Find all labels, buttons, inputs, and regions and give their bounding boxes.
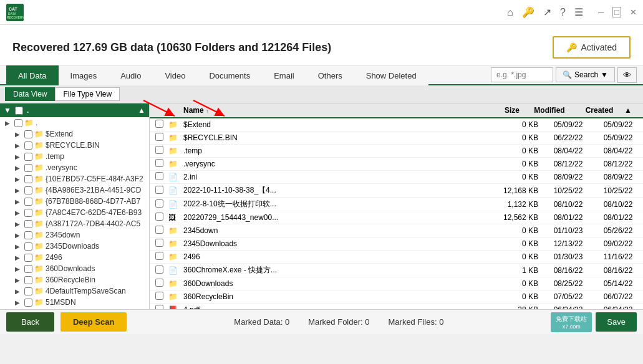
header-name[interactable]: Name ↑ bbox=[181, 106, 468, 115]
tree-item-checkbox[interactable] bbox=[24, 220, 32, 228]
save-button[interactable]: Save bbox=[596, 312, 637, 332]
tree-expand-arrow[interactable]: ▶ bbox=[15, 165, 22, 171]
file-row-checkbox[interactable] bbox=[155, 172, 163, 180]
file-row-checkbox[interactable] bbox=[155, 292, 163, 300]
tree-item-checkbox[interactable] bbox=[24, 198, 32, 206]
tree-item-checkbox[interactable] bbox=[24, 141, 32, 150]
file-row-checkbox[interactable] bbox=[155, 279, 163, 287]
tree-item-checkbox[interactable] bbox=[24, 130, 32, 138]
search-button[interactable]: 🔍 Search ▼ bbox=[556, 67, 615, 82]
tree-root-checkbox[interactable] bbox=[15, 107, 23, 115]
table-row[interactable]: 📄360ChromeX.exe - 快捷方...1 KB08/16/2208/1… bbox=[150, 264, 643, 277]
header-modified[interactable]: Modified bbox=[525, 106, 574, 115]
tree-item-checkbox[interactable] bbox=[24, 287, 32, 295]
tree-item[interactable]: ▶📁{7A8C4E7C-62D5-47E6-B93 bbox=[0, 207, 149, 218]
tree-expand-arrow[interactable]: ▶ bbox=[15, 221, 22, 228]
data-view-button[interactable]: Data View bbox=[5, 87, 55, 101]
tree-item[interactable]: ▶📁$RECYCLE.BIN bbox=[0, 140, 149, 151]
key-icon[interactable]: 🔑 bbox=[522, 6, 534, 18]
tree-expand-arrow[interactable]: ▶ bbox=[15, 176, 22, 183]
tab-email[interactable]: Email bbox=[262, 65, 306, 85]
file-row-checkbox[interactable] bbox=[155, 133, 163, 141]
file-row-checkbox[interactable] bbox=[155, 146, 163, 154]
tree-item[interactable]: ▶📁. bbox=[0, 117, 149, 128]
table-row[interactable]: 📁$Extend0 KB05/09/2205/09/22 bbox=[150, 118, 643, 132]
search-input[interactable] bbox=[491, 67, 553, 82]
tree-item[interactable]: ▶📁.verysync bbox=[0, 162, 149, 173]
tree-expand-arrow[interactable]: ▶ bbox=[15, 299, 22, 306]
tree-expand-arrow[interactable]: ▶ bbox=[15, 131, 22, 138]
tree-expand-arrow[interactable]: ▶ bbox=[15, 153, 22, 160]
tree-item[interactable]: ▶📁2345Downloads bbox=[0, 241, 149, 252]
tree-expand-arrow[interactable]: ▶ bbox=[15, 187, 22, 194]
tree-item[interactable]: ▶📁51MSDN bbox=[0, 297, 149, 308]
table-row[interactable]: 📄2022-10-11-10-38-38_【4...12,168 KB10/25… bbox=[150, 184, 643, 198]
tree-item-checkbox[interactable] bbox=[24, 299, 32, 307]
export-icon[interactable]: ↗ bbox=[543, 6, 551, 18]
file-row-checkbox[interactable] bbox=[155, 159, 163, 167]
tree-expand-arrow[interactable]: ▶ bbox=[15, 277, 22, 284]
file-row-checkbox[interactable] bbox=[155, 239, 163, 247]
tree-expand-arrow[interactable]: ▶ bbox=[15, 232, 22, 239]
table-row[interactable]: 📁360Downloads0 KB08/25/2205/14/22 bbox=[150, 277, 643, 290]
tree-expand-arrow[interactable]: ▶ bbox=[15, 198, 22, 205]
file-type-view-button[interactable]: File Type View bbox=[55, 87, 120, 101]
help-icon[interactable]: ? bbox=[560, 7, 566, 18]
tree-item[interactable]: ▶📁2345down bbox=[0, 229, 149, 241]
table-row[interactable]: 📁2345Downloads0 KB12/13/2209/02/22 bbox=[150, 237, 643, 251]
file-row-checkbox[interactable] bbox=[155, 252, 163, 260]
back-button[interactable]: Back bbox=[6, 312, 54, 332]
header-created[interactable]: Created bbox=[574, 106, 624, 115]
tree-item-checkbox[interactable] bbox=[24, 175, 32, 183]
tree-item[interactable]: ▶📁4DefaultTempSaveScan bbox=[0, 285, 149, 297]
tree-item-checkbox[interactable] bbox=[24, 153, 32, 161]
tree-expand-arrow[interactable]: ▶ bbox=[15, 243, 22, 250]
table-row[interactable]: 📁24960 KB01/30/2311/16/22 bbox=[150, 251, 643, 264]
tree-item[interactable]: ▶📁{4BA986E3-21BA-4451-9CD bbox=[0, 184, 149, 196]
table-row[interactable]: 📄2022-8-10统一收据打印软...1,132 KB08/10/2208/1… bbox=[150, 198, 643, 211]
table-row[interactable]: 📁.verysync0 KB08/12/2208/12/22 bbox=[150, 158, 643, 171]
scroll-up-icon[interactable]: ▲ bbox=[624, 106, 632, 115]
tree-expand-arrow[interactable]: ▶ bbox=[15, 288, 22, 295]
deep-scan-button[interactable]: Deep Scan bbox=[60, 312, 127, 332]
tab-all-data[interactable]: All Data bbox=[6, 65, 59, 85]
tab-documents[interactable]: Documents bbox=[197, 65, 262, 85]
tree-item-checkbox[interactable] bbox=[24, 164, 32, 172]
tree-item-checkbox[interactable] bbox=[14, 119, 22, 127]
table-row[interactable]: 📁.temp0 KB08/04/2208/04/22 bbox=[150, 145, 643, 158]
header-size[interactable]: Size bbox=[468, 106, 525, 115]
tree-item[interactable]: ▶📁$Extend bbox=[0, 128, 149, 140]
table-row[interactable]: 📁$RECYCLE.BIN0 KB06/22/2205/09/22 bbox=[150, 132, 643, 145]
tree-expand-arrow[interactable]: ▶ bbox=[15, 209, 22, 216]
tree-item[interactable]: ▶📁{67B78B88-868D-4D77-AB7 bbox=[0, 196, 149, 207]
table-row[interactable]: 📁360RecycleBin0 KB07/05/2206/07/22 bbox=[150, 290, 643, 304]
tab-audio[interactable]: Audio bbox=[109, 65, 153, 85]
table-row[interactable]: 📁2345down0 KB01/10/2305/26/22 bbox=[150, 224, 643, 237]
tree-expand-arrow[interactable]: ▶ bbox=[15, 254, 22, 261]
tab-show-deleted[interactable]: Show Deleted bbox=[354, 65, 428, 85]
tree-item[interactable]: ▶📁{10E7BD57-C5FE-484f-A3F2 bbox=[0, 173, 149, 184]
tree-expand-arrow[interactable]: ▶ bbox=[15, 142, 22, 149]
file-row-checkbox[interactable] bbox=[155, 186, 163, 194]
file-row-checkbox[interactable] bbox=[155, 266, 163, 274]
file-row-checkbox[interactable] bbox=[155, 305, 163, 309]
file-row-checkbox[interactable] bbox=[155, 226, 163, 234]
maximize-button[interactable]: □ bbox=[612, 7, 621, 17]
tree-expand-arrow[interactable]: ▶ bbox=[15, 266, 22, 272]
activated-button[interactable]: 🔑 Activated bbox=[553, 36, 631, 59]
eye-button[interactable]: 👁 bbox=[617, 67, 637, 83]
tree-item-checkbox[interactable] bbox=[24, 242, 32, 251]
tree-item-checkbox[interactable] bbox=[24, 254, 32, 262]
home-icon[interactable]: ⌂ bbox=[507, 7, 513, 18]
minimize-button[interactable]: ─ bbox=[598, 7, 604, 17]
tree-expand-arrow[interactable]: ▶ bbox=[5, 120, 12, 127]
menu-icon[interactable]: ☰ bbox=[574, 6, 583, 18]
file-row-checkbox[interactable] bbox=[155, 199, 163, 208]
table-row[interactable]: 📄2.ini0 KB08/09/2208/09/22 bbox=[150, 171, 643, 184]
tree-item[interactable]: ▶📁360Downloads bbox=[0, 263, 149, 274]
tab-others[interactable]: Others bbox=[306, 65, 354, 85]
tab-images[interactable]: Images bbox=[59, 65, 109, 85]
tree-item[interactable]: ▶📁360RecycleBin bbox=[0, 274, 149, 285]
tree-item[interactable]: ▶📁.temp bbox=[0, 151, 149, 162]
tree-item-checkbox[interactable] bbox=[24, 209, 32, 217]
